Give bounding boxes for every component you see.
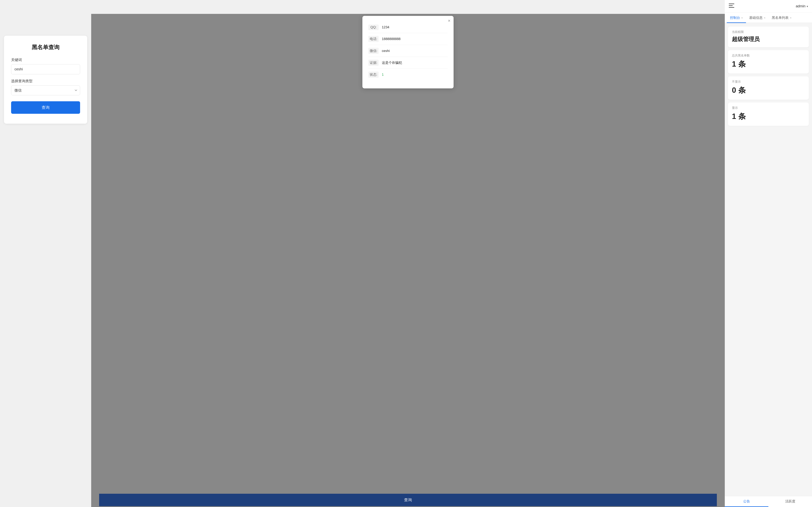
tab-basic-info-close[interactable]: × [764,16,765,19]
middle-content: × QQ: 1234 电话: 1888888888 微信: ceshi 证据: … [91,14,725,507]
query-type-label: 选择查询类型 [11,79,80,83]
middle-panel: × QQ: 1234 电话: 1888888888 微信: ceshi 证据: … [91,0,725,507]
query-card-title: 黑名单查询 [11,44,80,51]
left-query-button[interactable]: 查询 [11,101,80,114]
modal-phone-label: 电话: [368,36,379,42]
stat-hidden-value: 0 条 [732,85,805,95]
stat-card-permission: 当前权限 超级管理员 [728,26,809,47]
svg-rect-0 [729,4,734,4]
stat-total-sub: 总共黑名单数 [732,54,805,57]
chevron-down-icon: ▾ [807,5,808,8]
modal-qq-label: QQ: [368,24,379,30]
right-header: admin ▾ [725,0,812,13]
tab-basic-info-label: 基础信息 [749,15,763,20]
modal-wechat-label: 微信: [368,48,379,54]
stat-hidden-sub: 不显示 [732,80,805,83]
modal-evidence-label: 证据: [368,60,379,66]
tab-blacklist[interactable]: 黑名单列表 × [769,13,795,23]
svg-rect-1 [729,5,733,6]
middle-query-button[interactable]: 查询 [99,494,717,506]
modal-evidence-value: 这是个诈骗犯 [382,60,402,65]
stat-visible-sub: 显示 [732,106,805,110]
modal-row-wechat: 微信: ceshi [368,45,448,57]
modal-status-value: 1 [382,73,384,77]
modal-overlay: × QQ: 1234 电话: 1888888888 微信: ceshi 证据: … [91,14,725,507]
stat-permission-sub: 当前权限 [732,30,805,34]
stat-visible-value: 1 条 [732,111,805,121]
admin-menu[interactable]: admin ▾ [796,4,808,8]
modal-row-qq: QQ: 1234 [368,22,448,33]
query-card: 黑名单查询 关键词 选择查询类型 微信 QQ 电话 查询 [4,36,87,124]
bottom-tab-announcement-label: 公告 [743,500,750,503]
result-modal: × QQ: 1234 电话: 1888888888 微信: ceshi 证据: … [362,16,453,89]
modal-row-phone: 电话: 1888888888 [368,33,448,45]
bottom-tab-activity[interactable]: 活跃度 [768,496,812,507]
modal-row-evidence: 证据: 这是个诈骗犯 [368,57,448,69]
tab-dashboard-label: 控制台 [730,15,740,20]
query-type-select[interactable]: 微信 QQ 电话 [11,86,80,95]
modal-row-status: 状态: 1 [368,69,448,80]
tabs-bar: 控制台 × 基础信息 × 黑名单列表 × [725,13,812,23]
keyword-label: 关键词 [11,57,80,62]
tab-dashboard[interactable]: 控制台 × [727,13,746,23]
stat-permission-value: 超级管理员 [732,36,805,43]
middle-top-bg [91,0,725,14]
modal-wechat-value: ceshi [382,49,390,53]
menu-icon[interactable] [729,4,734,9]
modal-qq-value: 1234 [382,25,389,29]
left-panel: 黑名单查询 关键词 选择查询类型 微信 QQ 电话 查询 [0,0,91,507]
bottom-tabs: 公告 活跃度 [725,496,812,507]
modal-phone-value: 1888888888 [382,37,401,41]
stat-card-hidden: 不显示 0 条 [728,76,809,100]
right-panel: admin ▾ 控制台 × 基础信息 × 黑名单列表 × 当前权限 超级管理员 … [725,0,812,507]
stat-total-value: 1 条 [732,59,805,69]
tab-basic-info[interactable]: 基础信息 × [746,13,769,23]
bottom-tab-announcement[interactable]: 公告 [725,496,768,507]
stat-card-total: 总共黑名单数 1 条 [728,50,809,73]
stat-card-visible: 显示 1 条 [728,103,809,126]
right-body: 当前权限 超级管理员 总共黑名单数 1 条 不显示 0 条 显示 1 条 [725,23,812,496]
tab-blacklist-label: 黑名单列表 [772,15,789,20]
tab-blacklist-close[interactable]: × [790,16,792,19]
bottom-tab-activity-label: 活跃度 [785,500,795,503]
tab-dashboard-close[interactable]: × [741,16,743,19]
admin-label: admin [796,4,805,8]
modal-close-button[interactable]: × [448,19,450,23]
modal-status-label: 状态: [368,71,379,78]
svg-rect-2 [729,7,734,8]
keyword-input[interactable] [11,64,80,74]
